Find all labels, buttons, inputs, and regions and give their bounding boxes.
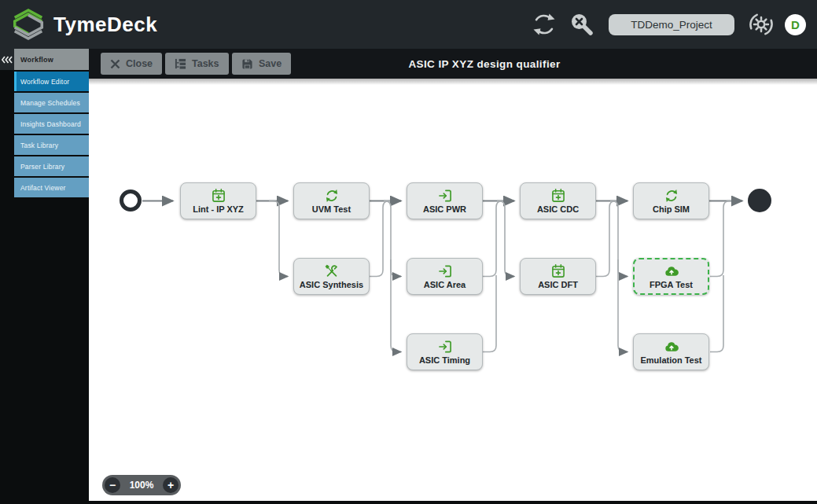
node-label: ASIC CDC [537, 204, 579, 214]
node-label: UVM Test [312, 204, 351, 214]
tasks-button[interactable]: Tasks [165, 53, 229, 75]
workflow-node-uvm-test[interactable]: UVM Test [293, 182, 370, 219]
zoom-in-button[interactable]: + [163, 477, 178, 493]
workflow-node-asic-area[interactable]: ASIC Area [407, 258, 483, 295]
workflow-node-asic-synthesis[interactable]: ASIC Synthesis [293, 258, 370, 295]
brand: TymeDeck [11, 6, 157, 42]
zoom-level: 100% [130, 480, 154, 491]
close-icon [110, 59, 120, 69]
sync-icon [324, 188, 340, 204]
sidebar: Workflow Workflow EditorManage Schedules… [0, 49, 89, 504]
node-label: ASIC Synthesis [300, 280, 363, 289]
app-header: TymeDeck [0, 0, 817, 49]
import-icon [437, 263, 453, 279]
bottom-bar [0, 501, 817, 504]
workflow-node-fpga-test[interactable]: FPGA Test [633, 258, 709, 295]
node-label: ASIC DFT [538, 280, 578, 289]
cloud-upload-icon [664, 263, 679, 279]
node-label: Chip SIM [653, 204, 690, 214]
workflow-canvas[interactable]: Lint - IP XYZUVM TestASIC SynthesisASIC … [89, 79, 817, 501]
workflow-node-chip-sim[interactable]: Chip SIM [633, 182, 709, 219]
calendar-plus-icon [550, 263, 566, 279]
start-node[interactable] [120, 189, 142, 212]
sidebar-item-artifact-viewer[interactable]: Artifact Viewer [14, 178, 89, 197]
user-avatar[interactable]: D [785, 14, 806, 35]
calendar-plus-icon [211, 188, 226, 204]
brand-name: TymeDeck [53, 13, 157, 37]
sidebar-nav: Workflow EditorManage SchedulesInsights … [0, 72, 89, 197]
calendar-plus-icon [550, 188, 566, 204]
sidebar-header-label: Workflow [14, 49, 53, 70]
cloud-upload-icon [664, 339, 679, 355]
close-button[interactable]: Close [101, 53, 162, 75]
sync-icon [664, 188, 679, 204]
sidebar-item-task-library[interactable]: Task Library [14, 135, 89, 155]
workflow-title: ASIC IP XYZ design qualifier [408, 49, 560, 79]
sidebar-item-manage-schedules[interactable]: Manage Schedules [14, 93, 89, 112]
import-icon [437, 188, 453, 204]
end-node[interactable] [748, 189, 771, 212]
workflow-node-emulation-test[interactable]: Emulation Test [633, 333, 709, 370]
tymedeck-logo [11, 6, 46, 42]
save-button-label: Save [259, 58, 282, 69]
workflow-node-asic-timing[interactable]: ASIC Timing [407, 333, 483, 370]
sidebar-item-insights-dashboard[interactable]: Insights Dashboard [14, 114, 89, 134]
import-icon [437, 339, 453, 355]
workflow-node-asic-dft[interactable]: ASIC DFT [520, 258, 596, 295]
zoom-out-button[interactable]: − [105, 477, 120, 493]
node-label: ASIC PWR [423, 204, 466, 214]
node-label: Emulation Test [640, 355, 701, 365]
zoom-control: − 100% + [102, 475, 181, 495]
settings-gear-icon[interactable] [747, 10, 775, 39]
tasks-button-label: Tasks [192, 58, 219, 69]
node-label: ASIC Timing [419, 355, 470, 365]
zoom-cancel-icon[interactable] [568, 10, 596, 39]
project-name-input[interactable] [609, 14, 734, 35]
sidebar-header: Workflow [0, 49, 89, 70]
refresh-icon[interactable] [530, 10, 558, 39]
sidebar-item-workflow-editor[interactable]: Workflow Editor [14, 72, 89, 91]
workflow-node-lint-ip-xyz[interactable]: Lint - IP XYZ [180, 182, 256, 219]
collapse-chevrons-icon [2, 56, 13, 64]
node-label: Lint - IP XYZ [193, 204, 244, 214]
sidebar-collapse-button[interactable] [0, 49, 14, 70]
node-label: ASIC Area [424, 280, 466, 289]
workflow-toolbar: Close Tasks Save ASIC IP XYZ design qual… [89, 49, 817, 79]
tools-icon [324, 263, 340, 279]
workflow-node-asic-pwr[interactable]: ASIC PWR [407, 182, 483, 219]
save-icon [241, 58, 253, 70]
node-label: FPGA Test [650, 280, 693, 289]
tasks-list-icon [175, 58, 186, 70]
sidebar-item-parser-library[interactable]: Parser Library [14, 156, 89, 176]
workflow-node-asic-cdc[interactable]: ASIC CDC [520, 182, 596, 219]
save-button[interactable]: Save [232, 53, 291, 75]
close-button-label: Close [126, 58, 153, 69]
